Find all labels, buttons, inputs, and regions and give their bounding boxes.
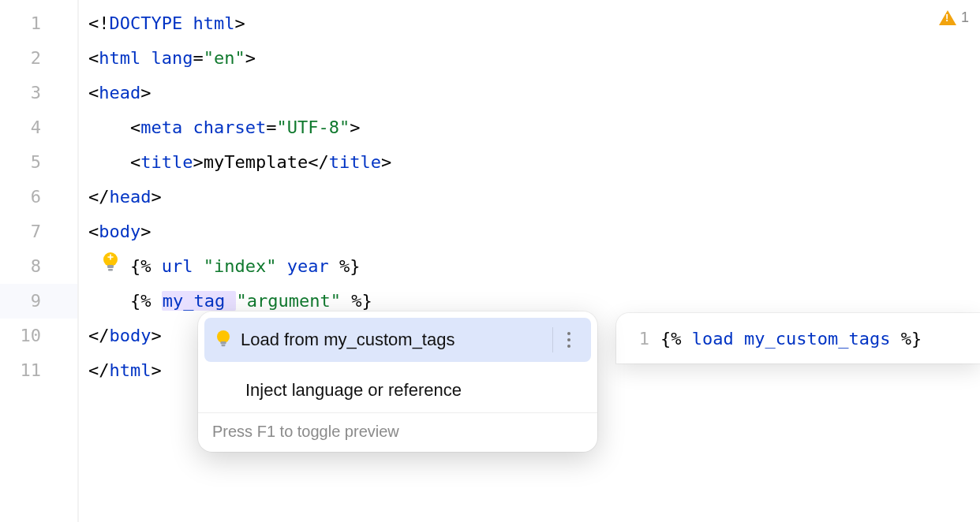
intention-item-label: Inject language or reference	[241, 380, 585, 401]
intention-item-load-custom-tags[interactable]: Load from my_custom_tags	[204, 318, 591, 362]
inspection-warning-badge[interactable]: 1	[939, 9, 969, 26]
code-line[interactable]: <!DOCTYPE html>	[79, 6, 980, 41]
svg-rect-1	[107, 265, 114, 268]
intention-item-inject-language[interactable]: Inject language or reference	[198, 368, 597, 412]
preview-line-number: 1	[616, 329, 660, 349]
svg-point-3	[217, 330, 230, 343]
preview-code: {% load my_custom_tags %}	[660, 329, 922, 349]
code-line[interactable]: </head>	[79, 180, 980, 214]
line-number: 7	[0, 214, 77, 249]
intention-preview-panel: 1 {% load my_custom_tags %}	[616, 313, 980, 364]
line-number: 10	[0, 319, 77, 353]
code-editor[interactable]: 1 2 3 4 5 6 7 8 9 10 11 <!DOCTYPE html> …	[0, 0, 980, 522]
code-line[interactable]: {% url "index" year %}	[79, 249, 980, 284]
gutter: 1 2 3 4 5 6 7 8 9 10 11	[0, 0, 79, 522]
svg-rect-2	[108, 269, 113, 271]
line-number: 6	[0, 180, 77, 214]
line-number: 4	[0, 110, 77, 145]
intention-item-label: Load from my_custom_tags	[236, 330, 552, 350]
vertical-dots-icon	[567, 332, 570, 348]
line-number: 9	[0, 284, 77, 319]
line-number: 8	[0, 249, 77, 284]
svg-rect-5	[222, 345, 226, 346]
line-number: 3	[0, 76, 77, 110]
code-line[interactable]: <head>	[79, 76, 980, 110]
warning-icon	[939, 10, 956, 25]
line-number: 1	[0, 6, 77, 41]
line-number: 11	[0, 353, 77, 388]
popup-hint: Press F1 to toggle preview	[198, 413, 597, 452]
intention-item-more-button[interactable]	[552, 327, 585, 352]
warning-count: 1	[961, 9, 969, 26]
line-number: 2	[0, 41, 77, 76]
intention-popup: Load from my_custom_tags Inject language…	[198, 311, 597, 452]
code-line[interactable]: <body>	[79, 214, 980, 249]
intention-bulb-icon[interactable]	[100, 251, 121, 274]
svg-rect-4	[221, 341, 226, 345]
lightbulb-icon	[211, 330, 236, 350]
code-line[interactable]: <title>myTemplate</title>	[79, 145, 980, 180]
code-line[interactable]: <meta charset="UTF-8">	[79, 110, 980, 145]
line-number: 5	[0, 145, 77, 180]
code-line[interactable]: <html lang="en">	[79, 41, 980, 76]
